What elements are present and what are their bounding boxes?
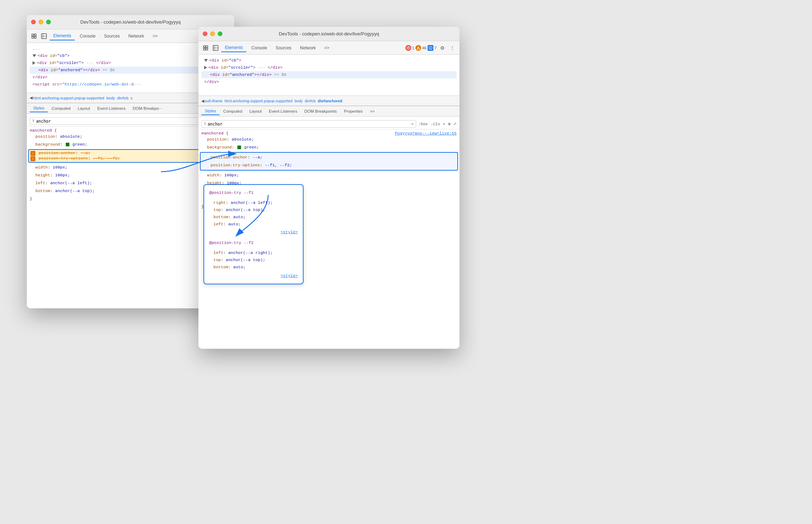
traffic-lights-back xyxy=(31,20,51,24)
gear-icon-front[interactable]: ⚙ xyxy=(438,44,447,52)
minimize-button-front[interactable] xyxy=(210,31,215,36)
warning-icon-try-back: ⚠ xyxy=(30,156,35,161)
breadcrumb-item-1[interactable]: html.anchoring-support.popup-supported xyxy=(33,96,104,100)
warning-count: 46 xyxy=(422,46,427,50)
filter-clear-front[interactable]: ✕ xyxy=(411,121,414,127)
traffic-lights-front xyxy=(203,31,222,36)
bc-item-body[interactable]: body xyxy=(295,99,303,103)
tab-dom-break-front[interactable]: DOM Breakpoints xyxy=(301,108,340,115)
svg-rect-8 xyxy=(206,46,208,48)
tab-sources-front[interactable]: Sources xyxy=(272,44,295,52)
bc-item-divanchored[interactable]: div#anchored xyxy=(318,99,342,103)
filter-icon-front: ⊤ xyxy=(204,122,206,126)
cursor-icon[interactable] xyxy=(30,32,38,40)
tab-dom-break-back[interactable]: DOM Breakpo··· xyxy=(129,105,166,112)
tab-styles-back[interactable]: Styles xyxy=(30,104,48,112)
svg-point-16 xyxy=(408,49,409,49)
tab-elements-front[interactable]: Elements xyxy=(221,44,246,52)
cls-action-front[interactable]: .cls xyxy=(430,122,440,126)
window-title-front: DevTools - codepen.io/web-dot-dev/live/P… xyxy=(279,31,379,36)
bc-item-result[interactable]: sult-iframe xyxy=(205,99,222,103)
css-prop-anchor-front: position-anchor: --a; xyxy=(202,153,456,161)
css-prop-background-front: background: green; xyxy=(198,143,459,151)
dom-front-row-3[interactable]: </div> xyxy=(201,78,457,85)
tab-more-front[interactable]: >> xyxy=(321,44,333,52)
popup-source-1[interactable]: <style> xyxy=(281,230,298,234)
tab-console-back[interactable]: Console xyxy=(76,32,99,40)
maximize-button[interactable] xyxy=(46,20,51,24)
filter-input-wrapper-back: ⊤ ✕ xyxy=(30,117,207,125)
bc-item-html[interactable]: html.anchoring-support.popup-supported xyxy=(225,99,292,103)
filter-input-wrapper-front: ⊤ ✕ xyxy=(201,120,416,128)
css-selector-back: #anchored { xyxy=(30,128,57,133)
highlighted-rules-front: position-anchor: --a; position-try-optio… xyxy=(200,152,458,171)
tab-computed-front[interactable]: Computed xyxy=(220,108,246,115)
svg-rect-3 xyxy=(34,36,36,38)
new-style-front[interactable]: + xyxy=(443,122,446,126)
bc-item-divcb[interactable]: div#cb xyxy=(305,99,316,103)
inspect-icon[interactable] xyxy=(40,32,48,40)
css-prop-width-front: width: 100px; xyxy=(198,171,459,179)
cursor-icon-front[interactable] xyxy=(201,44,210,52)
tab-console-front[interactable]: Console xyxy=(248,44,271,52)
svg-rect-2 xyxy=(32,36,34,38)
filter-input-front[interactable] xyxy=(208,122,410,127)
maximize-button-front[interactable] xyxy=(218,31,222,36)
breadcrumb-item-3[interactable]: div#cb xyxy=(117,96,129,100)
tab-more2-front[interactable]: >> xyxy=(366,108,378,115)
info-badge[interactable] xyxy=(428,45,433,51)
dom-front-row-1[interactable]: <div id="cb"> xyxy=(201,57,457,64)
filter-input-back[interactable] xyxy=(36,119,201,124)
error-count: 1 xyxy=(412,46,414,50)
styles-panel-front: ⊤ ✕ :hov .cls + ⊞ ⤢ #anchored { Pogyyyq?… xyxy=(198,117,459,214)
window-title-back: DevTools - codepen.io/web-dot-dev/live/P… xyxy=(80,19,181,25)
popup-props-1: right: anchor(--a left); top: anchor(--a… xyxy=(209,199,298,228)
popup-box-front: @position-try --f1 right: anchor(--a lef… xyxy=(203,184,304,284)
breadcrumb-arrow-back: ◀ xyxy=(30,96,33,100)
css-prop-position-front: position: absolute; xyxy=(198,136,459,143)
devtools-window-front: DevTools - codepen.io/web-dot-dev/live/P… xyxy=(198,27,459,349)
hov-action-front[interactable]: :hov xyxy=(418,122,428,126)
filter-icon-back: ⊤ xyxy=(32,119,35,123)
tab-layout-back[interactable]: Layout xyxy=(74,105,94,112)
popup-selector-1: @position-try --f1 xyxy=(209,189,298,196)
error-badge[interactable] xyxy=(405,45,411,51)
dom-front-row-2[interactable]: <div id="scroller"> ··· </div> xyxy=(201,64,457,71)
badge-group-front: 1 46 7 xyxy=(405,45,437,51)
tab-styles-front[interactable]: Styles xyxy=(201,107,220,115)
warning-badge[interactable] xyxy=(415,45,421,51)
filter-bar-front: ⊤ ✕ :hov .cls + ⊞ ⤢ xyxy=(198,119,459,129)
color-swatch-back[interactable] xyxy=(66,143,69,146)
tab-more-back[interactable]: >> xyxy=(149,32,161,40)
tab-events-front[interactable]: Event Listeners xyxy=(265,108,301,115)
copy-style-front[interactable]: ⊞ xyxy=(448,122,451,126)
breadcrumb-arrow-front: ◀ xyxy=(201,99,204,103)
css-source-front[interactable]: Pogyyyq?ano···iew=live:55 xyxy=(395,131,457,136)
svg-rect-1 xyxy=(34,34,36,36)
close-button[interactable] xyxy=(31,20,36,24)
svg-rect-10 xyxy=(206,48,208,50)
breadcrumb-item-2[interactable]: body xyxy=(107,96,115,100)
tab-props-front[interactable]: Properties xyxy=(340,108,366,115)
minimize-button[interactable] xyxy=(39,20,43,24)
expand-style-front[interactable]: ⤢ xyxy=(453,122,457,126)
tab-sources-back[interactable]: Sources xyxy=(100,32,123,40)
color-swatch-front[interactable] xyxy=(237,146,241,149)
tab-computed-back[interactable]: Computed xyxy=(48,105,74,112)
tab-network-front[interactable]: Network xyxy=(296,44,319,52)
bottom-tabs-front: Styles Computed Layout Event Listeners D… xyxy=(198,106,459,117)
tab-elements-back[interactable]: Elements xyxy=(50,32,75,40)
warning-icon-anchor-back: ⚠ xyxy=(30,151,35,156)
more-icon-front[interactable]: ⋮ xyxy=(448,44,457,52)
dom-front-row-selected[interactable]: <div id="anchored"></div> == $0 xyxy=(201,71,457,78)
close-button-front[interactable] xyxy=(203,31,207,36)
inspect-icon-front[interactable] xyxy=(211,44,220,52)
tab-network-back[interactable]: Network xyxy=(125,32,148,40)
popup-source-2[interactable]: <style> xyxy=(281,273,298,278)
svg-point-21 xyxy=(430,46,431,47)
css-selector-front: #anchored { xyxy=(201,131,228,136)
dom-panel-front: <div id="cb"> <div id="scroller"> ··· </… xyxy=(198,55,459,96)
tab-layout-front[interactable]: Layout xyxy=(246,108,265,115)
svg-rect-9 xyxy=(203,48,205,50)
tab-events-back[interactable]: Event Listeners xyxy=(94,105,129,112)
